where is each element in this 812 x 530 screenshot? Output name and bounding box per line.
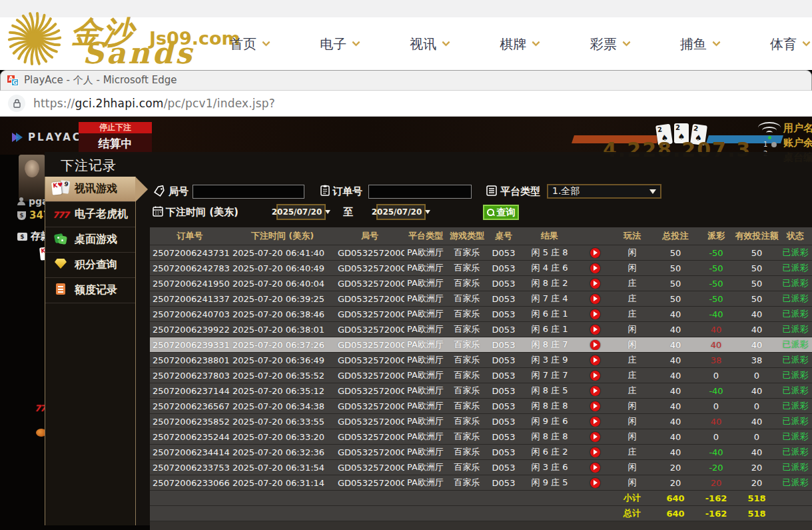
- table-row[interactable]: 250720062330665 2025-07-20 06:31:14 GD05…: [150, 475, 812, 491]
- order-number-cell: 250720062427831: [150, 263, 230, 273]
- table-row[interactable]: 250720062371447 2025-07-20 06:35:12 GD05…: [150, 383, 812, 399]
- play-result-button[interactable]: [590, 294, 600, 304]
- platform-select[interactable]: 1.全部: [547, 184, 661, 199]
- nav-item-2[interactable]: 视讯: [410, 35, 449, 53]
- table-row[interactable]: 250720062399224 2025-07-20 06:38:01 GD05…: [150, 322, 812, 337]
- nav-item-0[interactable]: 首页: [230, 35, 269, 53]
- payout-cell: -50: [697, 248, 735, 258]
- bet-time-cell: 2025-07-20 06:33:20: [230, 432, 335, 442]
- chevron-down-icon: [532, 38, 541, 47]
- table-row[interactable]: 250720062419505 2025-07-20 06:40:04 GD05…: [150, 276, 812, 291]
- valid-bet-cell: 20: [735, 463, 779, 473]
- game-type-cell: 百家乐: [447, 369, 487, 381]
- date-to-picker[interactable]: 2025/07/20: [376, 204, 426, 220]
- platform-cell: PA欧洲厅: [404, 247, 447, 259]
- play-result-button[interactable]: [590, 325, 600, 335]
- table-row[interactable]: 250720062393314 2025-07-20 06:37:26 GD05…: [150, 337, 812, 353]
- play-result-button[interactable]: [590, 478, 600, 488]
- table-row[interactable]: 250720062365675 2025-07-20 06:34:38 GD05…: [150, 399, 812, 414]
- bet-side-cell: 闲: [611, 461, 653, 473]
- query-button[interactable]: 查询: [483, 205, 519, 220]
- platform-cell: PA欧洲厅: [404, 293, 447, 305]
- menu-item-0[interactable]: 9K♥ 视讯游戏: [45, 177, 135, 202]
- total-valid: 518: [735, 509, 779, 519]
- table-id-cell: D053: [487, 401, 520, 411]
- payout-cell: -50: [697, 263, 735, 273]
- payout-cell: -40: [697, 447, 735, 457]
- play-result-button[interactable]: [590, 463, 600, 473]
- table-id-cell: D053: [487, 478, 520, 488]
- result-cell: 闲 9 庄 6: [520, 415, 579, 427]
- play-result-button[interactable]: [590, 309, 600, 319]
- valid-bet-cell: 0: [735, 432, 779, 442]
- play-result-button[interactable]: [590, 263, 600, 273]
- platform-cell: PA欧洲厅: [404, 323, 447, 335]
- table-row[interactable]: 250720062407039 2025-07-20 06:38:46 GD05…: [150, 307, 812, 322]
- play-result-button[interactable]: [590, 417, 600, 427]
- nav-item-3[interactable]: 棋牌: [500, 35, 539, 53]
- play-result-button[interactable]: [590, 248, 600, 258]
- play-result-button[interactable]: [590, 371, 600, 381]
- order-input[interactable]: [368, 185, 472, 199]
- round-id-cell: GD053257200OR: [335, 248, 404, 258]
- result-video-cell: [579, 431, 611, 442]
- bet-side-cell: 闲: [611, 247, 653, 259]
- play-result-button[interactable]: [590, 432, 600, 442]
- play-result-button[interactable]: [590, 386, 600, 396]
- valid-bet-cell: 40: [735, 417, 779, 427]
- result-video-cell: [579, 324, 611, 335]
- result-cell: 闲 6 庄 1: [520, 323, 579, 335]
- cards-icon: 9K♥: [52, 181, 69, 198]
- subtotal-row: 小计 640 -162 518: [150, 491, 812, 506]
- result-video-cell: [579, 401, 611, 411]
- menu-item-2[interactable]: 桌面游戏: [45, 227, 135, 253]
- round-input[interactable]: [193, 185, 304, 199]
- menu-item-3[interactable]: 积分查询: [45, 253, 135, 278]
- browser-urlbar[interactable]: https://gci.2hhapi.com/pc/pcv1/index.jsp…: [0, 91, 812, 117]
- payout-cell: -40: [697, 309, 735, 319]
- table-row[interactable]: 250720062378030 2025-07-20 06:35:52 GD05…: [150, 368, 812, 383]
- play-result-button[interactable]: [590, 447, 600, 457]
- result-cell: 闲 7 庄 7: [520, 369, 579, 381]
- table-id-cell: D053: [487, 248, 520, 258]
- nav-item-1[interactable]: 电子: [320, 35, 359, 53]
- playace-favicon-icon: AG: [7, 75, 19, 86]
- status-cell: 已派彩: [779, 400, 812, 412]
- play-result-button[interactable]: [590, 279, 600, 289]
- date-from-picker[interactable]: 2025/07/20: [276, 204, 326, 220]
- round-id-cell: GD053257200OD: [335, 463, 404, 473]
- game-type-cell: 百家乐: [447, 400, 487, 412]
- result-video-cell: [579, 416, 611, 427]
- nav-item-6[interactable]: 体育: [770, 35, 809, 53]
- menu-item-1[interactable]: 777 电子老虎机: [45, 202, 135, 227]
- bet-side-cell: 庄: [611, 308, 653, 320]
- total-bet-cell: 40: [653, 340, 697, 350]
- play-result-button[interactable]: [590, 355, 600, 365]
- table-footer-strip: [150, 521, 812, 530]
- lock-icon[interactable]: [8, 95, 25, 112]
- table-row[interactable]: 250720062358528 2025-07-20 06:33:55 GD05…: [150, 414, 812, 429]
- total-bet-cell: 20: [653, 463, 697, 473]
- table-row[interactable]: 250720062388018 2025-07-20 06:36:49 GD05…: [150, 353, 812, 368]
- avatar[interactable]: [19, 155, 45, 201]
- table-row[interactable]: 250720062413374 2025-07-20 06:39:25 GD05…: [150, 291, 812, 307]
- play-result-button[interactable]: [590, 340, 600, 350]
- game-type-cell: 百家乐: [447, 415, 487, 427]
- nav-item-label: 体育: [770, 35, 797, 53]
- table-row[interactable]: 250720062437314 2025-07-20 06:41:40 GD05…: [150, 245, 812, 261]
- table-row[interactable]: 250720062337539 2025-07-20 06:31:54 GD05…: [150, 460, 812, 475]
- site-header: 金沙 Js09.com Sands 首页 电子 视讯 棋牌 彩票 捕鱼 体育: [0, 0, 812, 70]
- play-result-button[interactable]: [590, 401, 600, 411]
- nav-item-label: 电子: [320, 35, 346, 53]
- table-row[interactable]: 250720062344147 2025-07-20 06:32:36 GD05…: [150, 445, 812, 460]
- url-text[interactable]: https://gci.2hhapi.com/pc/pcv1/index.jsp…: [33, 97, 275, 110]
- bet-time-label: 下注时间 (美东): [166, 206, 238, 219]
- nav-item-5[interactable]: 捕鱼: [680, 35, 719, 53]
- nav-item-4[interactable]: 彩票: [590, 35, 629, 53]
- menu-item-4[interactable]: 额度记录: [45, 278, 135, 303]
- table-row[interactable]: 250720062427831 2025-07-20 06:40:49 GD05…: [150, 261, 812, 276]
- bet-side-cell: 闲: [611, 477, 653, 489]
- table-row[interactable]: 250720062352440 2025-07-20 06:33:20 GD05…: [150, 429, 812, 445]
- sands-logo[interactable]: 金沙 Js09.com Sands: [4, 7, 224, 70]
- playace-mark-icon: [11, 131, 24, 143]
